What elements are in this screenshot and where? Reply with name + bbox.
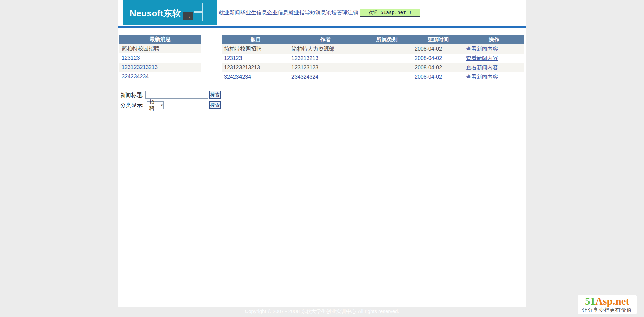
table-header-row: 题目 作者 所属类别 更新时间 操作 [222,35,524,44]
brand-prefix: 51 [585,295,595,307]
nav-link-forum[interactable]: 论坛 [326,9,337,16]
latest-news-item[interactable]: 324234234 [119,72,201,81]
news-author-cell: 234324324 [289,72,361,82]
arrow-icon: → [183,12,193,20]
table-row: 123123213213 123123123 2008-04-02 查看新闻内容 [222,63,524,72]
copyright-text: Copyright © 2007 - 2008 东软大学生创业实训中心 All … [118,308,526,315]
nav-link-graduate-info[interactable]: 毕业生信息 [240,9,267,16]
news-category-cell [361,44,413,54]
news-category-cell [361,63,413,72]
news-title-cell[interactable]: 123123213213 [222,63,289,72]
table-row: 123123 123213213 2008-04-02 查看新闻内容 [222,54,524,63]
view-news-link[interactable]: 查看新闻内容 [466,55,498,61]
view-news-link[interactable]: 查看新闻内容 [466,65,498,70]
table-row: 324234234 234324324 2008-04-02 查看新闻内容 [222,72,524,82]
51asp-tagline: 让分享变得更有价值 [578,307,637,313]
grid-square-icon [194,3,203,12]
news-table: 题目 作者 所属类别 更新时间 操作 简柏特校园招聘 简柏特人力资源部 2008… [222,35,524,82]
col-header-category: 所属类别 [361,35,413,44]
news-title-label: 新闻标题: [120,92,143,99]
welcome-badge: 欢迎 51asp.net ! [360,9,420,17]
news-date-cell: 2008-04-02 [413,63,464,72]
view-news-link[interactable]: 查看新闻内容 [466,46,498,52]
news-author-cell: 123123123 [289,63,361,72]
nav-link-logout[interactable]: 注销 [347,9,358,16]
news-action-cell: 查看新闻内容 [464,72,524,82]
nav-link-admin[interactable]: 管理 [337,9,347,16]
nav-link-messages[interactable]: 短消息 [310,9,326,16]
news-date-cell: 2008-04-02 [413,54,464,63]
brand-suffix: Asp.net [595,295,629,307]
51asp-logo: 51Asp.net 让分享变得更有价值 [578,295,637,314]
news-author-cell: 简柏特人力资源部 [289,44,361,54]
news-date-cell: 2008-04-02 [413,72,464,82]
title-search-button[interactable]: 搜索 [209,91,221,99]
title-search-row: 新闻标题: 搜索 [120,91,224,100]
category-search-button[interactable]: 搜索 [209,101,221,109]
col-header-operation: 操作 [464,35,524,44]
category-display-label: 分类显示: [120,102,143,109]
view-news-link[interactable]: 查看新闻内容 [466,74,498,80]
news-date-cell: 2008-04-02 [413,44,464,54]
table-row: 简柏特校园招聘 简柏特人力资源部 2008-04-02 查看新闻内容 [222,44,524,54]
news-title-cell[interactable]: 324234234 [222,72,289,82]
news-category-cell [361,72,413,82]
neusoft-logo: Neusoft东软 [130,8,181,19]
col-header-updated: 更新时间 [413,35,464,44]
news-action-cell: 查看新闻内容 [464,44,524,54]
latest-news-panel: 最新消息 简柏特校园招聘 123123 123123213213 3242342… [119,35,201,81]
category-select-value: 招聘 [149,99,158,112]
top-navigation: 就业新闻 毕业生信息 企业信息 就业指导 短消息 论坛 管理 注销 欢迎 51a… [219,0,420,25]
nav-link-company-info[interactable]: 企业信息 [267,9,288,16]
nav-link-employment-guidance[interactable]: 就业指导 [288,9,310,16]
chevron-down-icon: ▼ [160,104,163,107]
category-search-row: 分类显示: 招聘 ▼ 搜索 [120,101,224,110]
latest-news-title: 最新消息 [119,35,201,44]
news-title-cell[interactable]: 123123 [222,54,289,63]
col-header-title: 题目 [222,35,289,44]
header-divider [118,26,526,28]
latest-news-item[interactable]: 简柏特校园招聘 [119,44,201,53]
header-logo-block: Neusoft东软 → [123,0,217,25]
news-author-cell: 123213213 [289,54,361,63]
nav-link-employment-news[interactable]: 就业新闻 [219,9,240,16]
category-select[interactable]: 招聘 ▼ [147,101,164,109]
latest-news-item[interactable]: 123123 [119,53,201,63]
news-category-cell [361,54,413,63]
latest-news-item[interactable]: 123123213213 [119,63,201,72]
content-area: Neusoft东软 → 就业新闻 毕业生信息 企业信息 就业指导 短消息 论坛 … [118,0,526,307]
col-header-author: 作者 [289,35,361,44]
51asp-brand: 51Asp.net [578,296,637,307]
grid-square-icon [194,12,203,21]
news-action-cell: 查看新闻内容 [464,54,524,63]
news-title-cell[interactable]: 简柏特校园招聘 [222,44,289,54]
news-title-input[interactable] [145,91,208,99]
news-action-cell: 查看新闻内容 [464,63,524,72]
